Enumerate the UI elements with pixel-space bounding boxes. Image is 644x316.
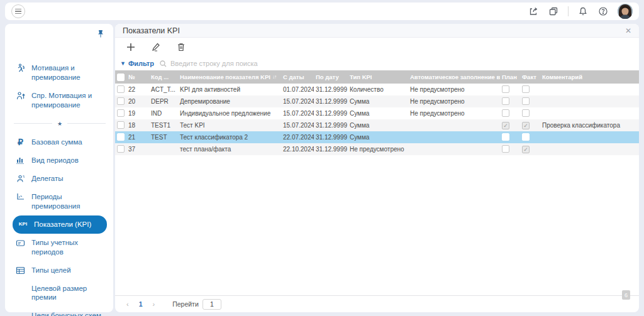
sidebar-item-period-type[interactable]: Вид периодов: [13, 151, 107, 170]
avatar[interactable]: [618, 4, 633, 19]
select-all-checkbox[interactable]: [117, 74, 125, 81]
search-wrap: [159, 60, 634, 68]
plan-checkbox[interactable]: [502, 145, 509, 153]
star-icon: ★: [57, 121, 62, 127]
plan-checkbox[interactable]: [502, 97, 509, 105]
table-row[interactable]: 18TEST1Тест KPI15.07.202431.12.9999Сумма…: [115, 119, 639, 131]
table-row[interactable]: 19INDИндивидуальное предложение15.07.202…: [115, 107, 639, 119]
goto-label: Перейти: [172, 300, 199, 308]
fact-checkbox[interactable]: [522, 109, 530, 117]
cell-name: KPI для активностей: [178, 86, 281, 93]
col-code[interactable]: Код ...: [149, 74, 178, 80]
sidebar-item-motivation[interactable]: Мотивация и премирование: [13, 59, 107, 87]
cell-to-date: 31.12.9999: [314, 98, 348, 105]
cell-from-date: 15.07.2024: [281, 122, 314, 129]
col-auto-fill[interactable]: Автоматическое заполнение в ИБС: [408, 74, 500, 80]
sidebar-item-target-bonus-size[interactable]: Целевой размер премии: [13, 280, 107, 307]
cell-auto-fill: Не предусмотрено: [408, 86, 500, 93]
bell-icon[interactable]: [577, 6, 589, 17]
row-checkbox[interactable]: [117, 121, 125, 129]
edit-pencil-icon[interactable]: [150, 41, 162, 53]
row-checkbox[interactable]: [117, 133, 125, 141]
sidebar-nav: Мотивация и премирование Спр. Мотивация …: [13, 59, 107, 316]
prev-page-button[interactable]: ‹: [124, 300, 131, 308]
current-page[interactable]: 1: [135, 300, 147, 308]
fact-checkbox[interactable]: [522, 97, 530, 105]
cell-to-date: 31.12.9999: [314, 86, 348, 93]
sidebar-item-spr-motivation[interactable]: Спр. Мотивация и премирование: [13, 87, 107, 114]
sidebar-item-label: Вид периодов: [31, 156, 79, 165]
bar-chart-icon: [15, 156, 26, 165]
add-icon[interactable]: [125, 41, 136, 53]
table-row[interactable]: 22ACT_T...KPI для активностей01.07.20243…: [115, 84, 639, 95]
search-input[interactable]: [170, 60, 634, 67]
help-icon[interactable]: [597, 6, 609, 17]
table-row[interactable]: 20DEPRДепремирование15.07.202431.12.9999…: [115, 95, 639, 107]
pagination: 6 ‹ 1 › Перейти: [115, 295, 639, 312]
cell-code: TEST1: [149, 122, 178, 129]
sidebar: Мотивация и премирование Спр. Мотивация …: [5, 24, 113, 312]
plan-checkbox[interactable]: ✓: [502, 122, 509, 129]
cell-auto-fill: Не предусмотрено: [408, 110, 500, 117]
cell-name: Тест KPI: [178, 122, 281, 129]
share-icon[interactable]: [528, 6, 539, 17]
plan-checkbox[interactable]: [502, 133, 509, 141]
fact-checkbox[interactable]: ✓: [522, 122, 530, 129]
cell-name: тест плана/факта: [178, 146, 281, 153]
col-from-date[interactable]: С даты: [281, 74, 314, 80]
col-num[interactable]: №: [126, 74, 149, 80]
next-page-button[interactable]: ›: [150, 300, 158, 308]
cell-num: 37: [126, 146, 149, 153]
cell-to-date: 31.12.9999: [314, 110, 348, 117]
sort-icon[interactable]: ↓↑: [272, 74, 276, 80]
sidebar-item-kpi-indicators[interactable]: KPI Показатели (KPI): [13, 215, 107, 234]
person-up-icon: [15, 91, 26, 101]
table-empty-area: [115, 155, 639, 295]
cell-to-date: 31.12.9999: [314, 134, 348, 141]
cell-code: ACT_T...: [149, 86, 178, 93]
sidebar-item-bonus-scheme-goals[interactable]: Цели бонусных схем: [13, 307, 107, 316]
topbar-divider: [568, 6, 569, 16]
goto-page-input[interactable]: [203, 299, 221, 310]
sidebar-item-label: Цели бонусных схем: [31, 311, 101, 316]
table-body: 22ACT_T...KPI для активностей01.07.20243…: [115, 84, 639, 155]
sidebar-item-base-sum[interactable]: ₽ Базовая сумма: [13, 133, 107, 151]
col-comment[interactable]: Комментарий: [540, 74, 639, 80]
col-kpi-type[interactable]: Тип KPI: [348, 74, 408, 80]
card-icon: [15, 238, 26, 248]
sidebar-item-accounting-period-types[interactable]: Типы учетных периодов: [13, 234, 107, 261]
sidebar-item-delegates[interactable]: Делегаты: [13, 170, 107, 188]
plan-checkbox[interactable]: [502, 109, 509, 117]
col-to-date[interactable]: По дату: [314, 74, 348, 80]
row-checkbox[interactable]: [117, 145, 125, 153]
cell-to-date: 31.12.9999: [314, 122, 348, 129]
row-checkbox[interactable]: [117, 109, 125, 117]
menu-icon[interactable]: [11, 4, 25, 18]
fact-checkbox[interactable]: ✓: [522, 146, 530, 153]
cell-code: TEST: [149, 134, 178, 141]
col-name[interactable]: Наименование показателя KPI ↓↑: [178, 74, 281, 80]
cell-from-date: 15.07.2024: [281, 110, 314, 117]
cell-from-date: 22.10.2024: [281, 146, 314, 153]
trash-icon[interactable]: [175, 41, 187, 53]
row-checkbox[interactable]: [117, 97, 125, 105]
sidebar-item-goal-types[interactable]: Типы целей: [13, 261, 107, 280]
col-fact[interactable]: Факт: [520, 74, 540, 80]
fact-checkbox[interactable]: [522, 85, 530, 93]
plan-checkbox[interactable]: [502, 85, 509, 93]
windows-copy-icon[interactable]: [548, 6, 559, 17]
filter-label: Фильтр: [128, 60, 154, 67]
table-row[interactable]: 21TESTТест классификатора 222.07.202431.…: [115, 131, 639, 143]
row-checkbox[interactable]: [117, 85, 125, 93]
topbar: [5, 3, 639, 20]
close-icon[interactable]: ✕: [625, 27, 631, 35]
sidebar-item-bonus-periods[interactable]: Периоды премирования: [13, 188, 107, 215]
table-row[interactable]: 37тест плана/факта22.10.202431.12.9999Не…: [115, 143, 639, 155]
filter-toggle[interactable]: ▼ Фильтр: [120, 60, 154, 67]
row-count-badge: 6: [622, 290, 630, 300]
sidebar-item-label: Периоды премирования: [31, 192, 103, 211]
pin-icon[interactable]: [96, 29, 106, 39]
col-plan[interactable]: План: [500, 74, 520, 80]
fact-checkbox[interactable]: [522, 133, 530, 141]
funnel-icon: ▼: [120, 60, 126, 67]
